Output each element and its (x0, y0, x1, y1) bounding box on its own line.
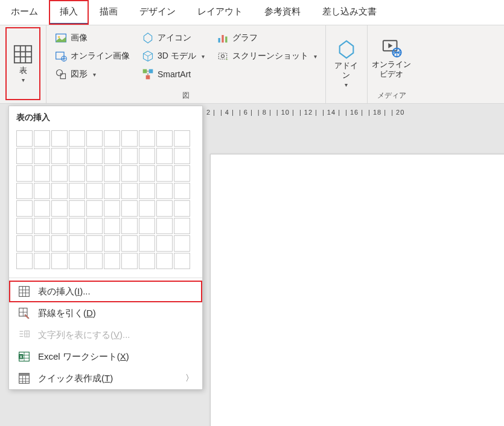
grid-cell[interactable] (86, 235, 103, 252)
tab-insert[interactable]: 挿入 (49, 0, 89, 25)
grid-cell[interactable] (104, 148, 120, 164)
grid-cell[interactable] (51, 253, 68, 269)
online-video-button[interactable]: オンライン ビデオ (370, 28, 413, 89)
image-button[interactable]: 画像 (51, 29, 133, 47)
tab-references[interactable]: 参考資料 (254, 0, 311, 25)
grid-cell[interactable] (174, 148, 190, 164)
grid-cell[interactable] (104, 218, 120, 234)
grid-cell[interactable] (139, 200, 155, 217)
grid-cell[interactable] (139, 218, 155, 234)
grid-cell[interactable] (16, 130, 33, 147)
grid-cell[interactable] (16, 200, 33, 217)
grid-cell[interactable] (121, 235, 138, 252)
grid-cell[interactable] (86, 200, 103, 217)
icons-button[interactable]: アイコン (138, 29, 208, 47)
addins-button[interactable]: アドイ ン ▾ (328, 28, 365, 100)
grid-cell[interactable] (51, 183, 68, 199)
grid-cell[interactable] (104, 183, 120, 199)
grid-cell[interactable] (174, 130, 190, 147)
grid-cell[interactable] (104, 253, 120, 269)
grid-cell[interactable] (34, 200, 50, 217)
grid-cell[interactable] (69, 253, 85, 269)
grid-cell[interactable] (139, 148, 155, 164)
grid-cell[interactable] (34, 253, 50, 269)
menu-quick-tables[interactable]: クイック表作成(T) 〉 (9, 367, 202, 389)
grid-cell[interactable] (86, 165, 103, 182)
menu-excel-sheet[interactable]: X Excel ワークシート(X) (9, 346, 202, 367)
grid-cell[interactable] (16, 253, 33, 269)
grid-cell[interactable] (16, 148, 33, 164)
grid-cell[interactable] (86, 218, 103, 234)
menu-insert-table[interactable]: 表の挿入(I)... (9, 281, 202, 302)
grid-cell[interactable] (121, 130, 138, 147)
grid-cell[interactable] (104, 235, 120, 252)
grid-cell[interactable] (174, 218, 190, 234)
chart-button[interactable]: グラフ (213, 29, 321, 47)
grid-cell[interactable] (86, 148, 103, 164)
grid-cell[interactable] (174, 235, 190, 252)
grid-cell[interactable] (51, 165, 68, 182)
grid-cell[interactable] (139, 183, 155, 199)
grid-cell[interactable] (69, 218, 85, 234)
grid-cell[interactable] (34, 183, 50, 199)
grid-cell[interactable] (69, 148, 85, 164)
grid-cell[interactable] (156, 183, 173, 199)
grid-cell[interactable] (121, 218, 138, 234)
3d-models-button[interactable]: 3D モデル ▾ (138, 47, 208, 65)
grid-cell[interactable] (174, 165, 190, 182)
shapes-button[interactable]: 図形 ▾ (51, 65, 133, 83)
grid-cell[interactable] (121, 183, 138, 199)
grid-cell[interactable] (16, 235, 33, 252)
grid-cell[interactable] (69, 165, 85, 182)
grid-cell[interactable] (121, 165, 138, 182)
grid-cell[interactable] (104, 200, 120, 217)
grid-cell[interactable] (174, 183, 190, 199)
grid-cell[interactable] (51, 200, 68, 217)
grid-cell[interactable] (34, 130, 50, 147)
grid-cell[interactable] (16, 165, 33, 182)
tab-mailings[interactable]: 差し込み文書 (311, 0, 388, 25)
smartart-button[interactable]: SmartArt (138, 65, 208, 83)
online-images-button[interactable]: オンライン画像 (51, 47, 133, 65)
grid-cell[interactable] (34, 165, 50, 182)
grid-cell[interactable] (34, 218, 50, 234)
tab-layout[interactable]: レイアウト (187, 0, 254, 25)
grid-cell[interactable] (51, 148, 68, 164)
grid-cell[interactable] (69, 235, 85, 252)
grid-cell[interactable] (104, 130, 120, 147)
grid-cell[interactable] (34, 235, 50, 252)
grid-cell[interactable] (51, 218, 68, 234)
table-cell-grid[interactable] (9, 127, 202, 275)
tab-design[interactable]: デザイン (129, 0, 187, 25)
grid-cell[interactable] (156, 253, 173, 269)
grid-cell[interactable] (139, 130, 155, 147)
grid-cell[interactable] (16, 218, 33, 234)
grid-cell[interactable] (69, 200, 85, 217)
grid-cell[interactable] (16, 183, 33, 199)
grid-cell[interactable] (156, 130, 173, 147)
grid-cell[interactable] (69, 130, 85, 147)
grid-cell[interactable] (156, 165, 173, 182)
grid-cell[interactable] (121, 253, 138, 269)
grid-cell[interactable] (139, 165, 155, 182)
grid-cell[interactable] (121, 148, 138, 164)
grid-cell[interactable] (174, 200, 190, 217)
grid-cell[interactable] (51, 130, 68, 147)
grid-cell[interactable] (156, 218, 173, 234)
grid-cell[interactable] (174, 253, 190, 269)
screenshot-button[interactable]: + スクリーンショット ▾ (213, 47, 321, 65)
grid-cell[interactable] (86, 253, 103, 269)
grid-cell[interactable] (34, 148, 50, 164)
grid-cell[interactable] (86, 130, 103, 147)
grid-cell[interactable] (156, 200, 173, 217)
grid-cell[interactable] (156, 235, 173, 252)
grid-cell[interactable] (139, 235, 155, 252)
tab-home[interactable]: ホーム (0, 0, 49, 25)
grid-cell[interactable] (156, 148, 173, 164)
menu-draw-table[interactable]: 罫線を引く(D) (9, 302, 202, 324)
grid-cell[interactable] (69, 183, 85, 199)
tab-draw[interactable]: 描画 (89, 0, 129, 25)
grid-cell[interactable] (121, 200, 138, 217)
grid-cell[interactable] (51, 235, 68, 252)
grid-cell[interactable] (139, 253, 155, 269)
